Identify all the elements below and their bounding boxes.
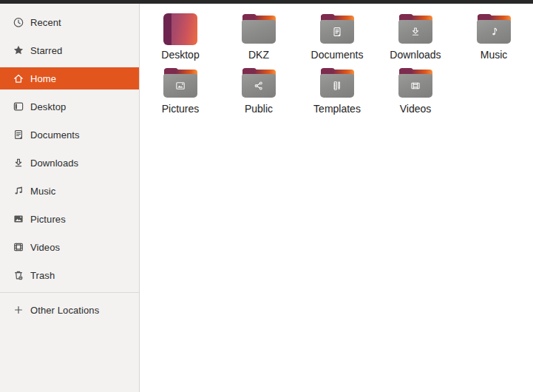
- music-emblem-icon: [488, 26, 500, 38]
- file-item-music[interactable]: Music: [455, 11, 533, 61]
- file-item-desktop[interactable]: Desktop: [141, 11, 220, 61]
- sidebar-item-documents[interactable]: Documents: [0, 124, 139, 146]
- window-content: Recent Starred Home Desktop: [0, 4, 533, 392]
- sidebar-separator: [0, 292, 139, 293]
- desktop-icon: [13, 101, 24, 112]
- sidebar-item-label: Other Locations: [30, 305, 99, 316]
- file-item-label: Documents: [311, 49, 364, 61]
- sidebar-item-other-locations[interactable]: Other Locations: [0, 299, 139, 321]
- folder-pictures-icon: [163, 65, 198, 101]
- folder-public-icon: [241, 65, 276, 101]
- folder-videos-icon: [398, 65, 433, 101]
- sidebar-item-label: Home: [30, 73, 56, 84]
- download-emblem-icon: [410, 26, 421, 38]
- sidebar-item-label: Pictures: [30, 214, 66, 225]
- file-item-label: Pictures: [162, 103, 200, 115]
- file-item-label: Templates: [313, 103, 361, 115]
- file-item-public[interactable]: Public: [220, 65, 298, 115]
- document-emblem-icon: [331, 26, 343, 38]
- folder-music-icon: [476, 11, 512, 47]
- sidebar-item-label: Documents: [30, 129, 80, 141]
- file-view: Desktop DKZ: [140, 4, 533, 392]
- sidebar-item-downloads[interactable]: Downloads: [0, 152, 139, 174]
- file-item-dkz[interactable]: DKZ: [220, 11, 298, 61]
- sidebar-item-label: Trash: [30, 270, 55, 281]
- share-emblem-icon: [253, 80, 265, 92]
- home-icon: [13, 72, 24, 84]
- plus-icon: [13, 304, 24, 316]
- file-manager-window: Recent Starred Home Desktop: [0, 0, 533, 392]
- file-grid: Desktop DKZ: [141, 11, 533, 119]
- file-item-documents[interactable]: Documents: [298, 11, 376, 61]
- file-item-label: Public: [245, 103, 273, 115]
- file-item-pictures[interactable]: Pictures: [141, 65, 220, 115]
- sidebar-item-starred[interactable]: Starred: [0, 39, 139, 61]
- sidebar-item-label: Starred: [30, 45, 62, 56]
- file-item-label: DKZ: [248, 49, 269, 61]
- file-item-downloads[interactable]: Downloads: [376, 11, 455, 61]
- download-icon: [13, 157, 24, 169]
- sidebar-item-label: Recent: [30, 17, 61, 28]
- sidebar-item-label: Videos: [30, 242, 60, 253]
- folder-downloads-icon: [398, 11, 433, 47]
- sidebar-item-recent[interactable]: Recent: [0, 11, 139, 33]
- music-note-icon: [13, 185, 24, 197]
- image-emblem-icon: [174, 80, 186, 92]
- sidebar-item-desktop[interactable]: Desktop: [0, 95, 139, 118]
- file-item-videos[interactable]: Videos: [376, 65, 455, 115]
- star-icon: [13, 44, 24, 56]
- sidebar-item-label: Music: [30, 186, 55, 197]
- file-item-label: Downloads: [390, 49, 441, 61]
- image-icon: [13, 213, 24, 225]
- sidebar-item-pictures[interactable]: Pictures: [0, 208, 139, 230]
- file-item-label: Music: [481, 49, 508, 61]
- template-emblem-icon: [331, 80, 343, 92]
- trash-icon: [13, 269, 24, 281]
- sidebar-item-videos[interactable]: Videos: [0, 236, 139, 258]
- sidebar-item-music[interactable]: Music: [0, 180, 139, 202]
- file-item-label: Videos: [400, 103, 432, 115]
- sidebar-item-label: Downloads: [30, 158, 78, 169]
- sidebar-item-label: Desktop: [30, 101, 66, 112]
- folder-templates-icon: [319, 65, 355, 101]
- document-icon: [13, 129, 24, 141]
- folder-documents-icon: [319, 11, 355, 47]
- sidebar-item-trash[interactable]: Trash: [0, 264, 139, 286]
- film-icon: [13, 241, 24, 253]
- ubuntu-desktop-icon: [163, 11, 198, 47]
- folder-icon: [241, 11, 276, 47]
- recent-clock-icon: [13, 16, 24, 28]
- file-item-templates[interactable]: Templates: [298, 65, 376, 115]
- file-item-label: Desktop: [161, 49, 199, 61]
- film-emblem-icon: [410, 80, 421, 92]
- sidebar-item-home[interactable]: Home: [0, 67, 139, 89]
- places-sidebar: Recent Starred Home Desktop: [0, 4, 140, 392]
